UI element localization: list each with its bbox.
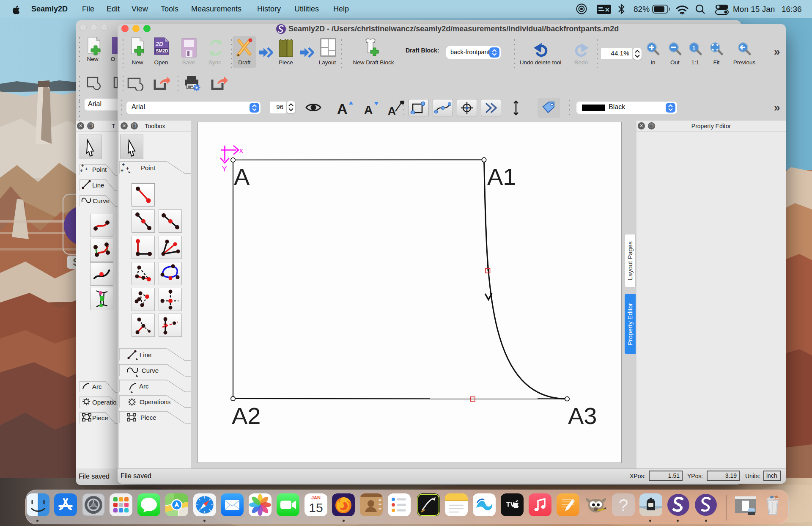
svg-text:Mon 15 Jan: Mon 15 Jan [733,5,775,14]
svg-text:x: x [239,146,243,154]
svg-text:Point: Point [92,166,107,173]
svg-text:16:36: 16:36 [782,5,802,14]
svg-text:+: + [121,168,123,173]
svg-text:Piece: Piece [92,414,108,421]
svg-text:+: + [126,165,129,171]
svg-text:JAN: JAN [311,495,321,500]
svg-text:1: 1 [692,44,695,51]
svg-text:A: A [388,105,396,116]
svg-text:A1: A1 [487,163,516,190]
svg-text:Line: Line [92,182,104,189]
svg-text:15: 15 [309,501,323,515]
svg-text:Y: Y [222,165,227,173]
svg-text:+: + [81,163,84,168]
svg-text:A: A [364,103,373,116]
svg-text:82%: 82% [634,5,650,14]
svg-text:Operations: Operations [140,398,170,405]
svg-text:A2: A2 [232,402,261,429]
svg-text:A3: A3 [568,402,597,429]
svg-text:+: + [85,166,88,171]
svg-text:Arc: Arc [92,383,102,390]
svg-text:Operatio: Operatio [92,399,117,406]
svg-text:Curve: Curve [142,367,159,374]
svg-text:+: + [122,162,125,168]
svg-text:A: A [337,101,348,116]
svg-text:?: ? [619,496,628,515]
svg-text:Point: Point [141,164,156,171]
svg-text:SM2D: SM2D [156,48,169,53]
svg-text:Line: Line [140,351,151,358]
svg-text:Curve: Curve [93,197,110,204]
svg-text:Arc: Arc [139,383,149,390]
svg-text:2D: 2D [155,41,163,47]
svg-text:+: + [80,168,82,173]
svg-text:Piece: Piece [140,414,156,421]
svg-text:A: A [234,163,250,190]
